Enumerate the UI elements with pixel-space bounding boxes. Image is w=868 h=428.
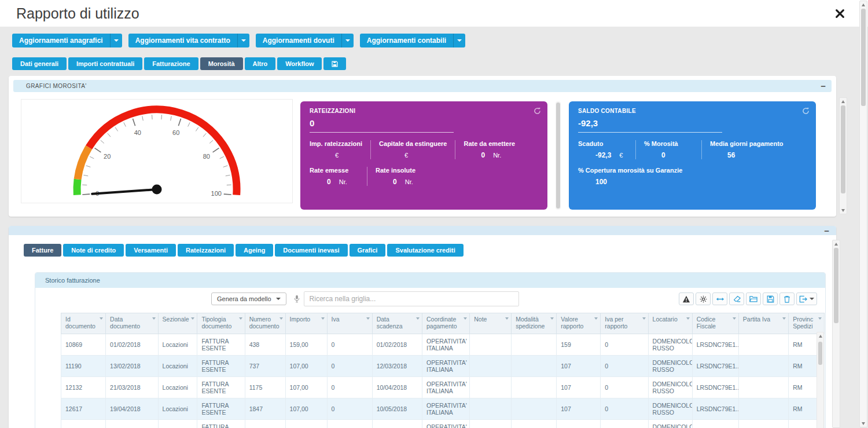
scroll-thumb[interactable] [834, 248, 838, 323]
detail-tab-rateizzazioni[interactable]: Rateizzazioni [178, 244, 234, 257]
table-cell[interactable]: 107 [557, 398, 601, 420]
sort-chevron-icon[interactable] [416, 317, 420, 320]
table-cell[interactable] [106, 420, 158, 428]
action-button-caret-aggiornamenti-contabili[interactable] [453, 34, 465, 47]
sort-chevron-icon[interactable] [594, 317, 598, 320]
column-header-iva-per-rapporto[interactable]: Iva per rapporto [601, 313, 648, 334]
table-cell[interactable] [470, 398, 512, 420]
table-cell[interactable] [512, 398, 557, 420]
table-cell[interactable]: 0 [601, 334, 648, 356]
detail-tab-documenti-inevasi[interactable]: Documenti inevasi [275, 244, 347, 257]
table-cell[interactable] [557, 420, 601, 428]
table-cell[interactable]: 01/02/2018 [106, 334, 158, 356]
table-cell[interactable]: 159 [557, 334, 601, 356]
table-cell[interactable]: 01/02/2018 [372, 334, 422, 356]
table-cell[interactable]: FATTURA ESENTE [197, 420, 245, 428]
section-scrollbar[interactable] [832, 240, 840, 428]
table-row[interactable]: FATTURA ESENTEOPERATIVITA' ITALIANADOMEN… [61, 420, 825, 428]
column-header-provinc-spedizi[interactable]: Provinc Spedizi [789, 313, 825, 334]
refresh-button[interactable] [534, 107, 541, 115]
main-tab-importi-contrattuali[interactable]: Importi contrattuali [68, 57, 142, 70]
column-header-codice-fiscale[interactable]: Codice Fiscale [692, 313, 738, 334]
column-header-modalit-spedizione[interactable]: Modalità spedizione [512, 313, 557, 334]
collapse-section-button[interactable]: − [824, 226, 829, 235]
table-cell[interactable]: 21/03/2018 [106, 377, 158, 398]
sort-chevron-icon[interactable] [733, 317, 736, 320]
table-cell[interactable] [738, 334, 788, 356]
open-button[interactable] [746, 292, 761, 305]
close-button[interactable] [835, 9, 845, 19]
action-button-aggiornamenti-contabili[interactable]: Aggiornamenti contabili [360, 34, 453, 47]
sort-chevron-icon[interactable] [100, 317, 103, 320]
column-header-tipologia-documento[interactable]: Tipologia documento [197, 313, 245, 334]
detail-tab-note-di-credito[interactable]: Note di credito [63, 244, 124, 257]
table-cell[interactable] [158, 420, 197, 428]
table-cell[interactable]: OPERATIVITA' ITALIANA [422, 377, 469, 398]
table-cell[interactable] [61, 420, 106, 428]
table-cell[interactable]: 12617 [61, 398, 106, 420]
table-cell[interactable] [470, 356, 512, 377]
table-cell[interactable]: 107,00 [285, 398, 327, 420]
sort-chevron-icon[interactable] [464, 317, 467, 320]
detail-tab-svalutazione-crediti[interactable]: Svalutazione crediti [387, 244, 463, 257]
table-cell[interactable]: FATTURA ESENTE [197, 377, 245, 398]
genera-da-modello-button[interactable]: Genera da modello [211, 292, 286, 305]
table-cell[interactable] [512, 356, 557, 377]
sort-chevron-icon[interactable] [279, 317, 283, 320]
table-cell[interactable]: DOMENICOLO RUSSO [648, 398, 692, 420]
table-cell[interactable]: 737 [245, 356, 285, 377]
table-cell[interactable]: DOMENICOLO RUSSO [648, 334, 692, 356]
detail-tab-ageing[interactable]: Ageing [236, 244, 273, 257]
table-row[interactable]: 1213221/03/2018LocazioniFATTURA ESENTE11… [61, 377, 825, 398]
sort-chevron-icon[interactable] [550, 317, 554, 320]
table-cell[interactable]: Locazioni [158, 398, 197, 420]
table-cell[interactable]: 0 [601, 356, 648, 377]
table-cell[interactable]: 107,00 [285, 356, 327, 377]
page-scrollbar[interactable] [859, 1, 867, 427]
column-header-locatario[interactable]: Locatario [648, 313, 692, 334]
grid-search-input[interactable] [304, 291, 519, 306]
table-cell[interactable]: 10/05/2018 [372, 398, 422, 420]
column-header-numero-documento[interactable]: Numero documento [245, 313, 285, 334]
scroll-down-arrow[interactable] [860, 420, 867, 427]
clear-filter-button[interactable] [729, 292, 744, 305]
table-cell[interactable]: FATTURA ESENTE [197, 356, 245, 377]
column-header-note[interactable]: Note [470, 313, 512, 334]
sort-chevron-icon[interactable] [505, 317, 509, 320]
sort-chevron-icon[interactable] [239, 317, 242, 320]
settings-button[interactable] [696, 292, 711, 305]
main-tab-workflow[interactable]: Workflow [277, 57, 322, 70]
table-cell[interactable]: Locazioni [158, 377, 197, 398]
table-cell[interactable]: 10869 [61, 334, 106, 356]
table-row[interactable]: 1261719/04/2018LocazioniFATTURA ESENTE18… [61, 398, 825, 420]
table-cell[interactable] [470, 377, 512, 398]
table-cell[interactable] [601, 420, 648, 428]
main-tab-morosit[interactable]: Morosità [200, 57, 243, 70]
detail-tab-fatture[interactable]: Fatture [24, 244, 61, 257]
alert-button[interactable] [679, 292, 694, 305]
table-cell[interactable] [327, 420, 372, 428]
scroll-down-arrow[interactable] [840, 207, 847, 214]
table-cell[interactable]: 12/03/2018 [372, 356, 422, 377]
scroll-thumb[interactable] [818, 342, 822, 365]
table-cell[interactable]: FATTURA ESENTE [197, 398, 245, 420]
table-cell[interactable] [245, 420, 285, 428]
column-header-data-documento[interactable]: Data documento [106, 313, 158, 334]
action-button-aggiornamenti-anagrafici[interactable]: Aggiornamenti anagrafici [12, 34, 110, 47]
column-header-valore-rapporto[interactable]: Valore rapporto [557, 313, 601, 334]
table-cell[interactable]: Locazioni [158, 334, 197, 356]
table-cell[interactable] [738, 398, 788, 420]
detail-tab-versamenti[interactable]: Versamenti [126, 244, 176, 257]
table-cell[interactable]: DOMENICOLO RUSSO [648, 420, 692, 428]
scroll-up-arrow[interactable] [860, 1, 867, 8]
detail-tab-grafici[interactable]: Grafici [350, 244, 386, 257]
table-cell[interactable]: 0 [327, 356, 372, 377]
sort-chevron-icon[interactable] [642, 317, 646, 320]
table-cell[interactable] [738, 356, 788, 377]
column-resize-button[interactable] [712, 292, 727, 305]
scroll-thumb[interactable] [861, 9, 866, 106]
table-cell[interactable] [692, 420, 738, 428]
table-cell[interactable]: LRSDNC79E1... [692, 377, 738, 398]
action-button-aggiornamenti-vita-contratto[interactable]: Aggiornamenti vita contratto [128, 34, 237, 47]
table-cell[interactable]: LRSDNC79E1... [692, 334, 738, 356]
